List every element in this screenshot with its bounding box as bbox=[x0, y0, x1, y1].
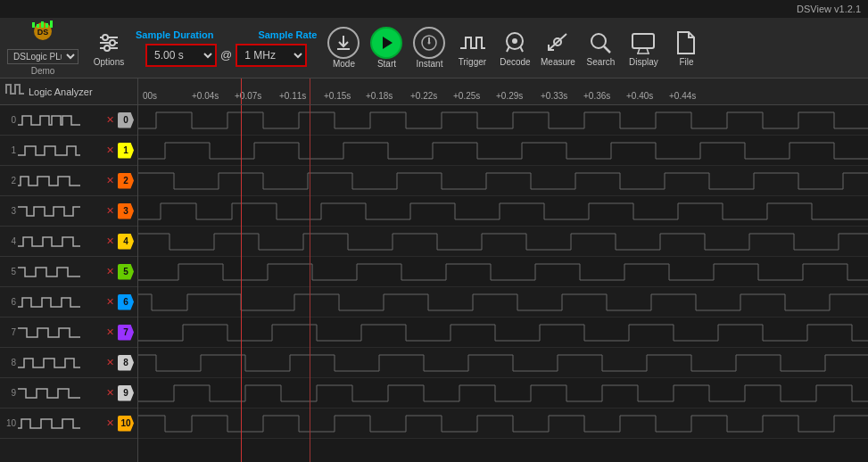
waveform-row-7 bbox=[138, 318, 868, 348]
logic-analyzer-icon bbox=[5, 79, 25, 103]
channel-row-7: 7 ✕ 7 bbox=[0, 318, 137, 348]
trigger-button[interactable]: Trigger bbox=[452, 29, 492, 67]
ch-num-3: 3 bbox=[4, 206, 16, 216]
ch-num-10: 10 bbox=[4, 418, 16, 428]
ch-x-4[interactable]: ✕ bbox=[106, 235, 114, 247]
start-button[interactable]: Start bbox=[367, 27, 406, 69]
ch-x-8[interactable]: ✕ bbox=[106, 357, 114, 368]
ch-x-10[interactable]: ✕ bbox=[106, 417, 114, 429]
svg-marker-14 bbox=[383, 37, 393, 49]
sample-duration-label: Sample Duration bbox=[136, 29, 213, 40]
titlebar: DSView v1.2.1 bbox=[0, 0, 868, 18]
ch-badge-2: 2 bbox=[118, 173, 134, 189]
waveform-row-4 bbox=[138, 227, 868, 257]
mode-label: Mode bbox=[333, 59, 355, 69]
channel-row-4: 4 ✕ 4 bbox=[0, 227, 137, 257]
main-area: Logic Analyzer 0 ✕ 0 1 ✕ 1 bbox=[0, 78, 868, 462]
instant-icon bbox=[413, 27, 445, 59]
svg-rect-4 bbox=[41, 21, 44, 28]
ch-badge-6: 6 bbox=[118, 294, 134, 310]
ch-x-7[interactable]: ✕ bbox=[106, 326, 114, 338]
ch-x-0[interactable]: ✕ bbox=[106, 114, 114, 126]
ch-num-0: 0 bbox=[4, 115, 16, 125]
mode-icon bbox=[327, 27, 360, 59]
ch-badge-3: 3 bbox=[118, 203, 134, 219]
svg-line-22 bbox=[604, 46, 610, 53]
timeline-ruler: 00s +0.04s +0.07s +0.11s +0.15s +0.18s +… bbox=[138, 78, 868, 105]
ch-num-2: 2 bbox=[4, 176, 16, 186]
options-icon bbox=[95, 29, 123, 57]
file-button[interactable]: File bbox=[666, 29, 706, 67]
svg-rect-5 bbox=[45, 23, 48, 28]
channel-panel-header: Logic Analyzer bbox=[0, 78, 137, 105]
decode-label: Decode bbox=[500, 57, 530, 67]
ch-wave-9 bbox=[18, 384, 103, 403]
at-separator: @ bbox=[220, 48, 232, 62]
ch-badge-4: 4 bbox=[118, 234, 134, 250]
ruler-label-7: +0.25s bbox=[453, 91, 480, 101]
mode-button[interactable]: Mode bbox=[324, 27, 363, 69]
ch-wave-4 bbox=[18, 232, 103, 252]
ruler-label-12: +0.44s bbox=[669, 91, 696, 101]
ch-num-8: 8 bbox=[4, 358, 16, 367]
trigger-label: Trigger bbox=[459, 57, 486, 67]
waveforms bbox=[138, 105, 868, 462]
measure-button[interactable]: Measure bbox=[538, 29, 577, 67]
channel-row-5: 5 ✕ 5 bbox=[0, 257, 137, 287]
svg-point-19 bbox=[512, 38, 517, 44]
ch-badge-9: 9 bbox=[118, 385, 134, 401]
toolbar: DS DSLogic PLus Demo Options Sam bbox=[0, 18, 868, 78]
ch-wave-10 bbox=[18, 414, 103, 433]
sample-rate-select[interactable]: 1 MHz bbox=[236, 44, 307, 67]
sample-inputs: 5.00 s @ 1 MHz bbox=[145, 44, 307, 67]
search-icon bbox=[586, 29, 615, 57]
ch-wave-7 bbox=[18, 323, 103, 342]
ruler-label-1: +0.04s bbox=[192, 91, 219, 101]
start-icon bbox=[370, 27, 402, 59]
ch-x-2[interactable]: ✕ bbox=[106, 175, 114, 186]
ch-badge-1: 1 bbox=[118, 143, 134, 159]
ch-num-1: 1 bbox=[4, 145, 16, 155]
svg-rect-6 bbox=[50, 21, 53, 28]
instant-button[interactable]: Instant bbox=[409, 27, 449, 69]
device-select[interactable]: DSLogic PLus bbox=[7, 49, 79, 64]
device-area: DS DSLogic PLus Demo bbox=[7, 21, 79, 76]
file-label: File bbox=[679, 57, 693, 67]
svg-rect-3 bbox=[37, 24, 39, 28]
display-icon bbox=[629, 29, 657, 57]
svg-point-8 bbox=[103, 35, 108, 40]
sample-labels: Sample Duration Sample Rate bbox=[136, 29, 317, 40]
ch-badge-5: 5 bbox=[118, 264, 134, 280]
decode-icon bbox=[500, 29, 529, 57]
display-button[interactable]: Display bbox=[624, 29, 663, 67]
ch-x-1[interactable]: ✕ bbox=[106, 144, 114, 156]
channel-row-6: 6 ✕ 6 bbox=[0, 287, 137, 318]
ch-num-5: 5 bbox=[4, 267, 16, 276]
ch-num-9: 9 bbox=[4, 388, 16, 398]
ch-x-6[interactable]: ✕ bbox=[106, 296, 114, 308]
options-label: Options bbox=[94, 57, 124, 67]
decode-button[interactable]: Decode bbox=[495, 29, 534, 67]
waveform-area: 00s +0.04s +0.07s +0.11s +0.15s +0.18s +… bbox=[138, 78, 868, 462]
channel-row-3: 3 ✕ 3 bbox=[0, 196, 137, 227]
ch-x-3[interactable]: ✕ bbox=[106, 205, 114, 217]
ch-num-7: 7 bbox=[4, 327, 16, 337]
search-button[interactable]: Search bbox=[581, 29, 620, 67]
svg-text:DS: DS bbox=[37, 28, 49, 37]
ch-badge-8: 8 bbox=[118, 355, 134, 371]
trigger-icon bbox=[458, 29, 486, 57]
waveform-row-9 bbox=[138, 378, 868, 408]
sample-duration-select[interactable]: 5.00 s bbox=[145, 44, 217, 67]
ch-wave-1 bbox=[18, 141, 103, 161]
ch-wave-8 bbox=[18, 353, 103, 373]
svg-point-21 bbox=[591, 34, 606, 48]
ch-x-5[interactable]: ✕ bbox=[106, 266, 114, 277]
waveform-row-0 bbox=[138, 105, 868, 136]
svg-point-10 bbox=[110, 40, 115, 45]
ruler-label-11: +0.40s bbox=[626, 91, 653, 101]
ruler-label-6: +0.22s bbox=[410, 91, 437, 101]
ch-wave-2 bbox=[18, 171, 103, 191]
options-button[interactable]: Options bbox=[89, 29, 128, 67]
ch-x-9[interactable]: ✕ bbox=[106, 387, 114, 399]
instant-label: Instant bbox=[416, 59, 442, 69]
